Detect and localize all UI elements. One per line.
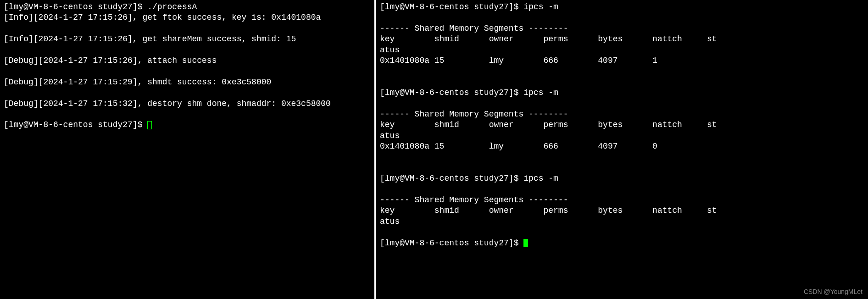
output-line bbox=[380, 12, 864, 23]
cursor-icon bbox=[147, 121, 152, 129]
terminal-line: [lmy@VM-8-6-centos study27]$ bbox=[4, 120, 371, 130]
table-row: 0x1401080a 15 lmy 666 4097 0 bbox=[380, 141, 864, 152]
output-line bbox=[4, 88, 371, 98]
output-header: ------ Shared Memory Segments -------- bbox=[380, 23, 864, 34]
terminal-line: [lmy@VM-8-6-centos study27]$ bbox=[380, 238, 864, 249]
output-line bbox=[380, 99, 864, 109]
prompt: [lmy@VM-8-6-centos study27]$ bbox=[380, 88, 523, 97]
output-header: ------ Shared Memory Segments -------- bbox=[380, 195, 864, 205]
command-text: ipcs -m bbox=[523, 2, 558, 11]
output-line: [Debug][2024-1-27 17:15:32], destory shm… bbox=[4, 99, 371, 109]
output-line bbox=[4, 66, 371, 77]
command-text: ./processA bbox=[147, 2, 197, 11]
terminal-line: [lmy@VM-8-6-centos study27]$ ipcs -m bbox=[380, 173, 864, 184]
terminal-line: [lmy@VM-8-6-centos study27]$ ./processA bbox=[4, 2, 371, 12]
table-row: 0x1401080a 15 lmy 666 4097 1 bbox=[380, 55, 864, 66]
output-line: [Info][2024-1-27 17:15:26], get ftok suc… bbox=[4, 12, 371, 23]
table-header: key shmid owner perms bytes nattch st bbox=[380, 120, 864, 130]
terminal-left-pane[interactable]: [lmy@VM-8-6-centos study27]$ ./processA … bbox=[0, 0, 376, 299]
table-header: atus bbox=[380, 45, 864, 55]
watermark-text: CSDN @YoungMLet bbox=[804, 288, 862, 295]
prompt: [lmy@VM-8-6-centos study27]$ bbox=[4, 120, 147, 129]
command-text: ipcs -m bbox=[523, 174, 558, 183]
prompt: [lmy@VM-8-6-centos study27]$ bbox=[380, 2, 523, 11]
table-header: atus bbox=[380, 216, 864, 227]
prompt: [lmy@VM-8-6-centos study27]$ bbox=[380, 238, 523, 248]
output-line bbox=[380, 66, 864, 77]
output-line: [Info][2024-1-27 17:15:26], get shareMem… bbox=[4, 34, 371, 44]
cursor-icon bbox=[523, 239, 528, 247]
terminal-line: [lmy@VM-8-6-centos study27]$ ipcs -m bbox=[380, 88, 864, 98]
table-header: atus bbox=[380, 131, 864, 141]
terminal-right-pane[interactable]: [lmy@VM-8-6-centos study27]$ ipcs -m ---… bbox=[376, 0, 868, 299]
output-line: [Debug][2024-1-27 17:15:29], shmdt succe… bbox=[4, 77, 371, 88]
output-line bbox=[380, 227, 864, 238]
table-header: key shmid owner perms bytes nattch st bbox=[380, 34, 864, 44]
prompt: [lmy@VM-8-6-centos study27]$ bbox=[380, 174, 523, 183]
output-line bbox=[380, 184, 864, 195]
output-line bbox=[4, 45, 371, 55]
output-line bbox=[380, 77, 864, 88]
command-text: ipcs -m bbox=[523, 88, 558, 97]
table-header: key shmid owner perms bytes nattch st bbox=[380, 205, 864, 216]
prompt: [lmy@VM-8-6-centos study27]$ bbox=[4, 2, 147, 11]
output-header: ------ Shared Memory Segments -------- bbox=[380, 109, 864, 120]
output-line bbox=[4, 23, 371, 34]
output-line bbox=[380, 163, 864, 173]
terminal-line: [lmy@VM-8-6-centos study27]$ ipcs -m bbox=[380, 2, 864, 12]
output-line: [Debug][2024-1-27 17:15:26], attach succ… bbox=[4, 55, 371, 66]
output-line bbox=[380, 152, 864, 162]
output-line bbox=[4, 109, 371, 120]
